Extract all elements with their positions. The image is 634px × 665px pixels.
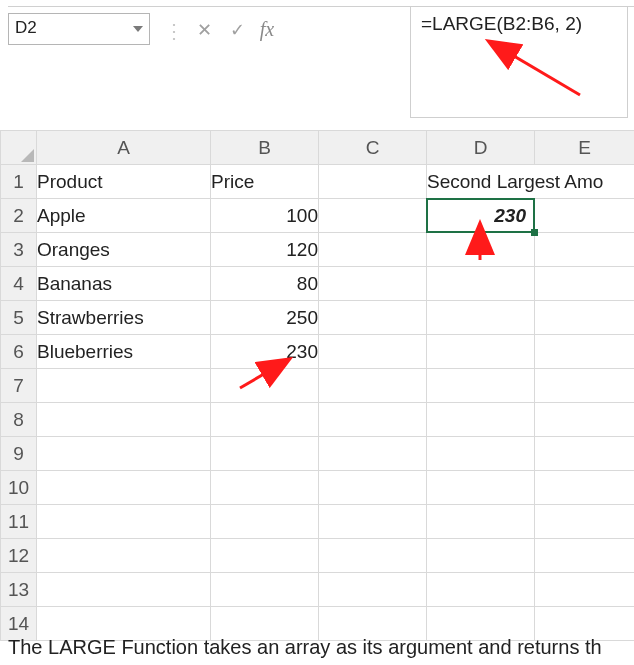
triangle-icon xyxy=(21,149,34,162)
cell-A9[interactable] xyxy=(37,437,211,471)
cell-D5[interactable] xyxy=(427,301,535,335)
cell-D12[interactable] xyxy=(427,539,535,573)
cell-C2[interactable] xyxy=(319,199,427,233)
row-header-5[interactable]: 5 xyxy=(1,301,37,335)
cell-B2[interactable]: 100 xyxy=(211,199,319,233)
cell-C6[interactable] xyxy=(319,335,427,369)
caption-text: The LARGE Function takes an array as its… xyxy=(8,636,602,659)
cell-E7[interactable] xyxy=(535,369,635,403)
fill-handle[interactable] xyxy=(531,229,538,236)
cell-A8[interactable] xyxy=(37,403,211,437)
cell-C10[interactable] xyxy=(319,471,427,505)
cell-A6[interactable]: Blueberries xyxy=(37,335,211,369)
col-header-A[interactable]: A xyxy=(37,131,211,165)
cell-E12[interactable] xyxy=(535,539,635,573)
row-header-3[interactable]: 3 xyxy=(1,233,37,267)
row-header-1[interactable]: 1 xyxy=(1,165,37,199)
row-header-7[interactable]: 7 xyxy=(1,369,37,403)
cell-D9[interactable] xyxy=(427,437,535,471)
cell-E11[interactable] xyxy=(535,505,635,539)
cell-D2[interactable]: 230 xyxy=(427,199,535,233)
cell-D11[interactable] xyxy=(427,505,535,539)
cell-E10[interactable] xyxy=(535,471,635,505)
row-header-4[interactable]: 4 xyxy=(1,267,37,301)
cell-C1[interactable] xyxy=(319,165,427,199)
cell-A1[interactable]: Product xyxy=(37,165,211,199)
cell-D8[interactable] xyxy=(427,403,535,437)
row-header-10[interactable]: 10 xyxy=(1,471,37,505)
cell-E6[interactable] xyxy=(535,335,635,369)
cell-A5[interactable]: Strawberries xyxy=(37,301,211,335)
col-header-B[interactable]: B xyxy=(211,131,319,165)
name-box[interactable]: D2 xyxy=(8,13,150,45)
col-header-C[interactable]: C xyxy=(319,131,427,165)
cell-D13[interactable] xyxy=(427,573,535,607)
cell-B5[interactable]: 250 xyxy=(211,301,319,335)
cell-C7[interactable] xyxy=(319,369,427,403)
cell-B3[interactable]: 120 xyxy=(211,233,319,267)
cell-A3[interactable]: Oranges xyxy=(37,233,211,267)
separator-icon: ⋮ xyxy=(164,19,184,43)
cell-C12[interactable] xyxy=(319,539,427,573)
cell-E2[interactable] xyxy=(535,199,635,233)
cell-A11[interactable] xyxy=(37,505,211,539)
cell-D2-value: 230 xyxy=(427,205,534,227)
cell-E5[interactable] xyxy=(535,301,635,335)
cell-B7[interactable] xyxy=(211,369,319,403)
row-header-11[interactable]: 11 xyxy=(1,505,37,539)
cell-B9[interactable] xyxy=(211,437,319,471)
cell-A13[interactable] xyxy=(37,573,211,607)
cell-A7[interactable] xyxy=(37,369,211,403)
cell-D6[interactable] xyxy=(427,335,535,369)
cell-C9[interactable] xyxy=(319,437,427,471)
formula-bar[interactable]: =LARGE(B2:B6, 2) xyxy=(410,6,628,118)
col-header-E[interactable]: E xyxy=(535,131,635,165)
cell-E4[interactable] xyxy=(535,267,635,301)
cell-C8[interactable] xyxy=(319,403,427,437)
fx-icon[interactable]: fx xyxy=(260,18,274,41)
col-header-D[interactable]: D xyxy=(427,131,535,165)
cell-B12[interactable] xyxy=(211,539,319,573)
cell-D1[interactable]: Second Largest Amo xyxy=(427,165,635,199)
cell-A12[interactable] xyxy=(37,539,211,573)
cell-B11[interactable] xyxy=(211,505,319,539)
row-header-9[interactable]: 9 xyxy=(1,437,37,471)
cell-D4[interactable] xyxy=(427,267,535,301)
cell-B8[interactable] xyxy=(211,403,319,437)
cell-B13[interactable] xyxy=(211,573,319,607)
select-all-triangle[interactable] xyxy=(1,131,37,165)
row-header-6[interactable]: 6 xyxy=(1,335,37,369)
cell-B6[interactable]: 230 xyxy=(211,335,319,369)
formula-bar-text: =LARGE(B2:B6, 2) xyxy=(421,13,617,35)
spreadsheet-grid[interactable]: A B C D E 1 Product Price Second Largest… xyxy=(0,130,634,641)
cell-A2[interactable]: Apple xyxy=(37,199,211,233)
formula-bar-buttons: ⋮ ✕ ✓ fx xyxy=(162,17,278,41)
row-header-8[interactable]: 8 xyxy=(1,403,37,437)
row-header-13[interactable]: 13 xyxy=(1,573,37,607)
cell-A4[interactable]: Bananas xyxy=(37,267,211,301)
cell-B1[interactable]: Price xyxy=(211,165,319,199)
cell-C4[interactable] xyxy=(319,267,427,301)
cell-D10[interactable] xyxy=(427,471,535,505)
cell-D7[interactable] xyxy=(427,369,535,403)
chevron-down-icon xyxy=(133,26,143,32)
enter-formula-button[interactable]: ✓ xyxy=(223,19,251,41)
row-header-2[interactable]: 2 xyxy=(1,199,37,233)
cell-E3[interactable] xyxy=(535,233,635,267)
cell-C11[interactable] xyxy=(319,505,427,539)
cell-B10[interactable] xyxy=(211,471,319,505)
cell-D1-text: Second Largest Amo xyxy=(427,171,603,192)
cancel-formula-button[interactable]: ✕ xyxy=(191,19,219,41)
cell-C3[interactable] xyxy=(319,233,427,267)
cell-C13[interactable] xyxy=(319,573,427,607)
cell-E13[interactable] xyxy=(535,573,635,607)
cell-C5[interactable] xyxy=(319,301,427,335)
row-header-12[interactable]: 12 xyxy=(1,539,37,573)
name-box-value: D2 xyxy=(15,18,37,38)
cell-E9[interactable] xyxy=(535,437,635,471)
cell-B4[interactable]: 80 xyxy=(211,267,319,301)
cell-E8[interactable] xyxy=(535,403,635,437)
cell-A10[interactable] xyxy=(37,471,211,505)
cell-D3[interactable] xyxy=(427,233,535,267)
